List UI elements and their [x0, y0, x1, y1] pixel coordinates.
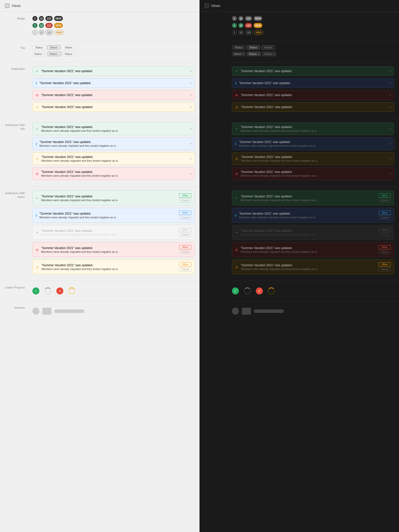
- allow-button-error[interactable]: Allow: [179, 245, 191, 249]
- dark-badge-outline-12: 12: [238, 30, 243, 35]
- dark-error-icon-1: ⊘: [235, 93, 238, 97]
- tag-status-3[interactable]: Status: [62, 45, 75, 50]
- tag-closable-2[interactable]: Status ×: [48, 52, 61, 56]
- notif-actions-4: Allow Cancel: [179, 245, 191, 254]
- notif-action-success: ✓ "Summer Vacation 2021" was updated. Me…: [32, 191, 195, 205]
- tag-closable-1[interactable]: Status ×: [32, 52, 46, 56]
- dark-notif-text-3: "Summer Vacation 2021" was updated.: [241, 93, 391, 97]
- tag-closable-3[interactable]: Status ×: [63, 52, 77, 56]
- svg-rect-1: [206, 5, 208, 7]
- allow-button-warning[interactable]: Allow: [179, 262, 191, 266]
- notif-close-2[interactable]: ×: [190, 81, 192, 85]
- notif-wi-close-2[interactable]: ×: [190, 142, 192, 146]
- dark-notif-wi-close-4[interactable]: ×: [389, 172, 391, 176]
- dark-badge-123: 123: [245, 16, 252, 21]
- dark-tag-2[interactable]: Status: [247, 45, 260, 50]
- dark-info-icon-2: ℹ: [235, 142, 236, 146]
- dark-success-icon-a: ✓: [235, 196, 238, 200]
- notif-action-error: ⊘ "Summer Vacation 2021" was updated. Me…: [32, 242, 195, 257]
- dark-tag-close-3[interactable]: ×: [273, 53, 274, 55]
- notif-close-1[interactable]: ×: [190, 69, 192, 73]
- badge-1: 1: [32, 16, 37, 21]
- dark-notif-close-4[interactable]: ×: [389, 105, 391, 109]
- dark-notif-close-2[interactable]: ×: [389, 81, 391, 85]
- dark-cancel-1[interactable]: Cancel: [379, 198, 391, 203]
- loader-success: ✓: [32, 287, 39, 294]
- dark-allow-info[interactable]: Allow: [379, 211, 391, 215]
- allow-button-success[interactable]: Allow: [179, 193, 191, 198]
- notif-close-4[interactable]: ×: [190, 105, 192, 109]
- dark-loader-spinning: [244, 287, 251, 294]
- allow-button-info[interactable]: Allow: [179, 211, 191, 215]
- dark-notif-info-info: ℹ "Summer Vacation 2021" was updated. Me…: [232, 137, 394, 150]
- tag-status-2[interactable]: Status: [47, 45, 60, 50]
- allow-button-disabled[interactable]: Allow: [179, 228, 191, 232]
- dark-allow-success[interactable]: Allow: [379, 193, 391, 198]
- dark-tag-content: Status Status Status Status × Status × S…: [227, 41, 399, 62]
- dark-loader-label: [200, 281, 227, 291]
- dark-tag-closable-1[interactable]: Status ×: [232, 52, 246, 56]
- dark-allow-warning[interactable]: Allow: [379, 262, 391, 266]
- tag-status-1[interactable]: Status: [32, 45, 46, 50]
- dark-notif-action-disabled: ✦ "Summer Vacation 2021" was updated. Me…: [232, 225, 394, 240]
- dark-notif-wi-close-1[interactable]: ×: [389, 127, 391, 131]
- dark-tag-label: [200, 41, 227, 51]
- cancel-button-3[interactable]: Cancel: [179, 233, 191, 237]
- notif-wi-text-2: "Summer Vacation 2021" was updated. Memb…: [39, 140, 191, 147]
- dark-allow-disabled[interactable]: Allow: [379, 228, 391, 232]
- notif-wi-close-1[interactable]: ×: [190, 127, 192, 131]
- dark-skeleton-circle: [232, 308, 239, 315]
- badge-outline-1: 1: [32, 30, 37, 35]
- dark-notif-close-3[interactable]: ×: [389, 93, 391, 97]
- notif-close-3[interactable]: ×: [190, 93, 192, 97]
- dark-notif-wi-close-2[interactable]: ×: [389, 142, 391, 146]
- info-icon-2: ℹ: [36, 142, 37, 146]
- dark-panel: Views 1 12 123 NEW 1 12 123 NEW 1 12 123…: [200, 0, 399, 532]
- dark-cancel-5[interactable]: Cancel: [379, 267, 391, 271]
- notification-label: Notificatoin: [0, 62, 27, 76]
- dark-tag-closable-2[interactable]: Status ×: [247, 52, 261, 56]
- success-icon-2: ✓: [36, 127, 39, 131]
- notif-wi-close-4[interactable]: ×: [190, 172, 192, 176]
- dark-notif-info-success: ✓ "Summer Vacation 2021" was updated. Me…: [232, 123, 394, 135]
- dark-allow-error[interactable]: Allow: [379, 245, 391, 249]
- dark-tag-3[interactable]: Status: [261, 45, 275, 50]
- notif-actions-3: Allow Cancel: [179, 228, 191, 237]
- cancel-button-4[interactable]: Cancel: [179, 250, 191, 254]
- badge-label: Badge: [0, 12, 27, 25]
- dark-tag-close-2[interactable]: ×: [258, 53, 259, 55]
- error-icon-1: ⊘: [36, 93, 39, 97]
- tag-close-3[interactable]: ×: [73, 53, 75, 55]
- dark-notif-action-info: ℹ "Summer Vacation 2021" was updated. Me…: [232, 208, 394, 223]
- notif-info-success: ✓ "Summer Vacation 2021" was updated. Me…: [32, 123, 195, 135]
- notif-actions-1: Allow Cancel: [179, 193, 191, 203]
- dark-loader-success: ✓: [232, 287, 239, 294]
- notif-wa-text-3: "Summer Vacation 2021" was updated. Memb…: [41, 229, 177, 236]
- tag-close-1[interactable]: ×: [43, 53, 44, 55]
- notif-wi-close-3[interactable]: ×: [190, 157, 192, 161]
- dark-notif-close-1[interactable]: ×: [389, 69, 391, 73]
- cancel-button-5[interactable]: Cancel: [179, 267, 191, 271]
- dark-notif-wi-4: "Summer Vacation 2021" was updated. Memb…: [241, 170, 391, 177]
- dark-tag-row-2: Status × Status × Status ×: [232, 52, 394, 56]
- dark-panel-title: Views: [211, 4, 220, 8]
- dark-panel-icon: [204, 3, 209, 8]
- cancel-button-1[interactable]: Cancel: [179, 198, 191, 203]
- tag-close-2[interactable]: ×: [58, 53, 60, 55]
- svg-point-0: [6, 5, 8, 7]
- dark-notif-actions-2: Allow Cancel: [379, 211, 391, 220]
- dark-notif-info-error: ⊘ "Summer Vacation 2021" was updated. Me…: [232, 167, 394, 180]
- dark-badge-1: 1: [232, 16, 237, 21]
- dark-tag-closable-3[interactable]: Status ×: [262, 52, 276, 56]
- dark-tag-close-1[interactable]: ×: [242, 53, 244, 55]
- light-panel-title: Views: [11, 4, 21, 8]
- dark-badge-content: 1 12 123 NEW 1 12 123 NEW 1 12 123 NEW: [227, 12, 399, 41]
- notif-warning-1: ⚠ "Summer Vacation 2021" was updated. ×: [32, 102, 195, 112]
- dark-cancel-4[interactable]: Cancel: [379, 250, 391, 254]
- dark-notif-wi-close-3[interactable]: ×: [389, 157, 391, 161]
- dark-notification-label: [200, 62, 227, 72]
- dark-cancel-2[interactable]: Cancel: [379, 216, 391, 220]
- cancel-button-2[interactable]: Cancel: [179, 216, 191, 220]
- dark-tag-1[interactable]: Status: [232, 45, 245, 50]
- dark-cancel-3[interactable]: Cancel: [379, 233, 391, 237]
